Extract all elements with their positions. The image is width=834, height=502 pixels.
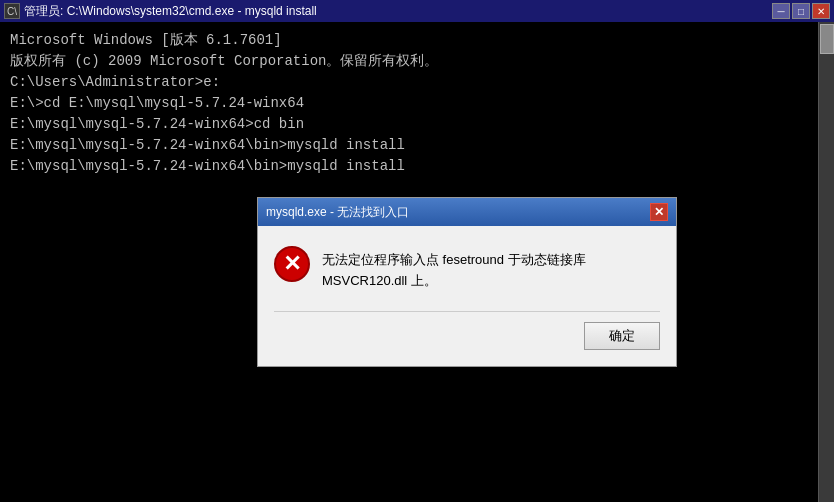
title-bar-controls: ─ □ ✕ (772, 3, 830, 19)
title-bar-left: C\ 管理员: C:\Windows\system32\cmd.exe - my… (4, 3, 317, 20)
dialog-message: 无法定位程序输入点 fesetround 于动态链接库 MSVCR120.dll… (322, 246, 660, 292)
title-bar: C\ 管理员: C:\Windows\system32\cmd.exe - my… (0, 0, 834, 22)
error-icon: ✕ (274, 246, 310, 282)
close-button[interactable]: ✕ (812, 3, 830, 19)
dialog-close-button[interactable]: ✕ (650, 203, 668, 221)
dialog-body: ✕ 无法定位程序输入点 fesetround 于动态链接库 MSVCR120.d… (258, 226, 676, 367)
terminal: Microsoft Windows [版本 6.1.7601] 版权所有 (c)… (0, 22, 834, 502)
dialog-title-bar: mysqld.exe - 无法找到入口 ✕ (258, 198, 676, 226)
dialog-separator (274, 311, 660, 312)
dialog-buttons: 确定 (274, 322, 660, 350)
ok-button[interactable]: 确定 (584, 322, 660, 350)
dialog-title: mysqld.exe - 无法找到入口 (266, 203, 409, 221)
error-dialog: mysqld.exe - 无法找到入口 ✕ ✕ 无法定位程序输入点 fesetr… (257, 197, 677, 368)
dialog-content: ✕ 无法定位程序输入点 fesetround 于动态链接库 MSVCR120.d… (274, 246, 660, 292)
title-bar-title: 管理员: C:\Windows\system32\cmd.exe - mysql… (24, 3, 317, 20)
dialog-overlay: mysqld.exe - 无法找到入口 ✕ ✕ 无法定位程序输入点 fesetr… (0, 22, 834, 502)
maximize-button[interactable]: □ (792, 3, 810, 19)
minimize-button[interactable]: ─ (772, 3, 790, 19)
cmd-icon: C\ (4, 3, 20, 19)
